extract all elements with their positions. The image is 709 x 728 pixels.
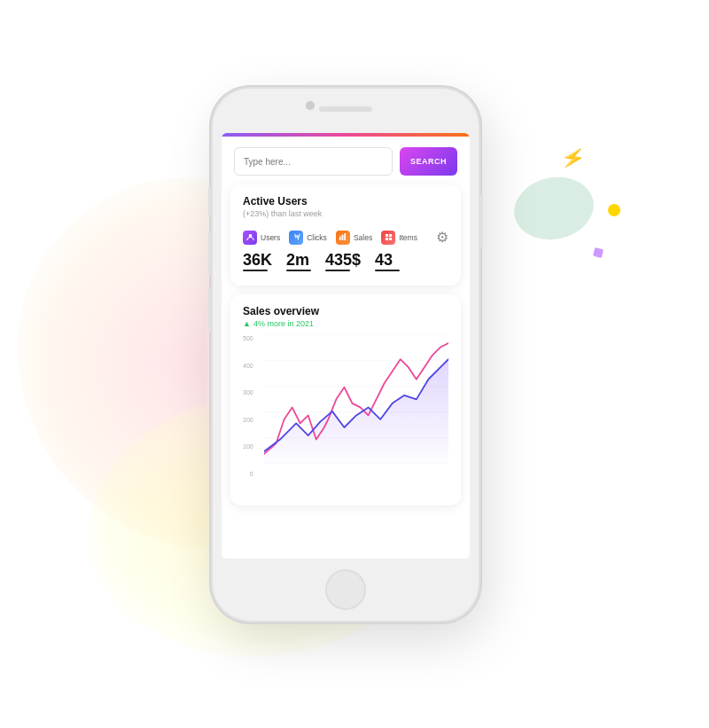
svg-rect-7: [389, 238, 392, 240]
stat-value-items: 43: [375, 251, 400, 270]
svg-rect-5: [389, 234, 392, 237]
chart-container: 500 400 300 200 100 0: [243, 335, 448, 495]
stats-values-row: 36K 2m 435$ 43: [243, 251, 448, 271]
y-label-300: 300: [243, 389, 253, 395]
phone-camera: [306, 101, 315, 110]
sales-subtitle-text: 4% more in 2021: [253, 319, 314, 328]
bg-dot-purple: [593, 247, 604, 258]
stat-value-sales: 435$: [325, 251, 361, 270]
stat-label-sales: Sales: [336, 231, 372, 245]
arrow-up-icon: ▲: [243, 319, 251, 328]
svg-rect-6: [386, 238, 388, 240]
users-icon: [243, 231, 257, 245]
sales-title: Sales overview: [243, 305, 448, 317]
stats-labels-row: Users Clicks Sales: [243, 229, 448, 246]
phone-side-btn-vol-down: [208, 288, 212, 333]
svg-rect-1: [339, 237, 341, 241]
stats-title: Active Users: [243, 195, 448, 207]
y-label-400: 400: [243, 363, 253, 369]
settings-icon[interactable]: ⚙: [436, 229, 448, 246]
stat-item-items: 43: [375, 251, 400, 271]
label-items: Items: [399, 233, 417, 242]
phone-side-btn-mute: [208, 186, 212, 217]
stat-underline-clicks: [286, 270, 311, 271]
lightning-icon: ⚡: [559, 145, 587, 171]
stat-item-clicks: 2m: [286, 251, 311, 271]
stat-item-users: 36K: [243, 251, 272, 271]
chart-y-labels: 500 400 300 200 100 0: [243, 335, 257, 477]
stat-label-items: Items: [381, 231, 417, 245]
sales-card: Sales overview ▲ 4% more in 2021 500 400…: [230, 294, 461, 505]
svg-rect-4: [386, 234, 388, 237]
y-label-0: 0: [250, 471, 253, 477]
chart-area: [264, 359, 448, 464]
y-label-100: 100: [243, 443, 253, 450]
svg-rect-3: [345, 233, 347, 240]
items-icon: [381, 231, 395, 245]
phone-frame: SEARCH Active Users (+23%) than last wee…: [213, 89, 479, 621]
stat-label-clicks: Clicks: [289, 231, 327, 245]
stats-subtitle: (+23%) than last week: [243, 209, 448, 218]
clicks-icon: [289, 231, 303, 245]
stats-card: Active Users (+23%) than last week Users: [230, 184, 461, 286]
y-label-200: 200: [243, 417, 253, 423]
phone-speaker: [319, 106, 372, 112]
label-clicks: Clicks: [307, 233, 327, 242]
stat-label-users: Users: [243, 231, 280, 245]
sales-icon: [336, 231, 350, 245]
stat-item-sales: 435$: [325, 251, 361, 271]
stat-underline-users: [243, 270, 268, 271]
stat-value-clicks: 2m: [286, 251, 311, 270]
label-sales: Sales: [354, 233, 372, 242]
stat-underline-sales: [325, 270, 350, 271]
label-users: Users: [261, 233, 280, 242]
stat-value-users: 36K: [243, 251, 272, 270]
search-button[interactable]: SEARCH: [400, 147, 457, 176]
phone-side-btn-power: [479, 195, 483, 248]
screen-content: SEARCH Active Users (+23%) than last wee…: [222, 133, 470, 559]
phone-home-button[interactable]: [325, 569, 366, 610]
search-area: SEARCH: [222, 137, 470, 184]
svg-point-0: [248, 234, 252, 238]
y-label-500: 500: [243, 335, 253, 341]
search-input[interactable]: [234, 147, 393, 176]
sales-subtitle: ▲ 4% more in 2021: [243, 319, 448, 328]
chart-svg: [264, 335, 448, 464]
phone-screen: SEARCH Active Users (+23%) than last wee…: [222, 133, 470, 559]
bg-blob-green: [506, 166, 603, 252]
bg-dot-yellow: [608, 204, 620, 216]
svg-rect-2: [342, 235, 344, 240]
phone-side-btn-vol-up: [208, 231, 212, 275]
stat-underline-items: [375, 270, 400, 271]
